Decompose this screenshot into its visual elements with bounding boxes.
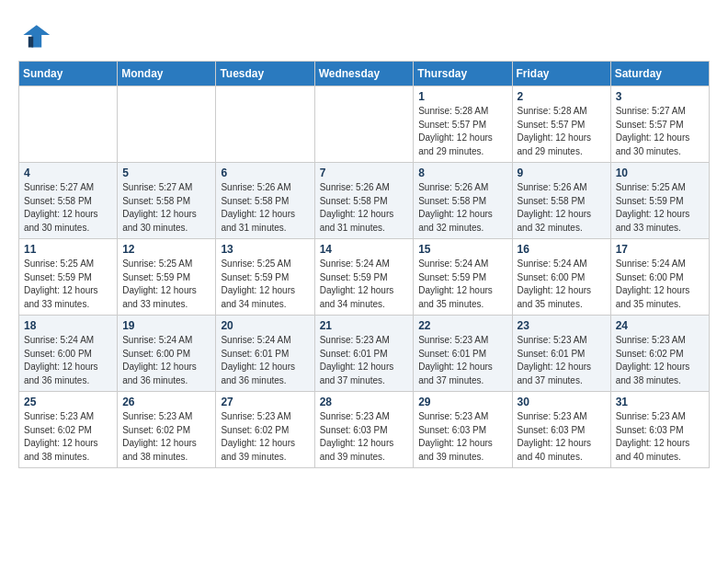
day-info: Sunrise: 5:24 AM Sunset: 6:00 PM Dayligh… [518, 258, 606, 311]
day-number: 16 [518, 243, 606, 256]
calendar-cell: 28Sunrise: 5:23 AM Sunset: 6:03 PM Dayli… [314, 392, 414, 468]
calendar-cell: 26Sunrise: 5:23 AM Sunset: 6:02 PM Dayli… [118, 392, 216, 468]
week-row-1: 1Sunrise: 5:28 AM Sunset: 5:57 PM Daylig… [19, 86, 710, 163]
day-number: 4 [24, 167, 112, 179]
weekday-header-monday: Monday [118, 62, 216, 86]
day-number: 3 [616, 90, 704, 103]
calendar-cell: 27Sunrise: 5:23 AM Sunset: 6:02 PM Dayli… [216, 392, 314, 468]
day-info: Sunrise: 5:25 AM Sunset: 5:59 PM Dayligh… [616, 181, 704, 235]
calendar-cell: 13Sunrise: 5:25 AM Sunset: 5:59 PM Dayli… [216, 239, 314, 316]
day-info: Sunrise: 5:23 AM Sunset: 6:02 PM Dayligh… [616, 334, 704, 387]
calendar-cell: 17Sunrise: 5:24 AM Sunset: 6:00 PM Dayli… [610, 239, 709, 316]
calendar-cell [314, 86, 414, 163]
calendar-cell: 2Sunrise: 5:28 AM Sunset: 5:57 PM Daylig… [512, 86, 610, 163]
header [18, 18, 710, 52]
day-info: Sunrise: 5:23 AM Sunset: 6:02 PM Dayligh… [24, 410, 112, 464]
week-row-2: 4Sunrise: 5:27 AM Sunset: 5:58 PM Daylig… [19, 163, 710, 239]
day-info: Sunrise: 5:26 AM Sunset: 5:58 PM Dayligh… [320, 181, 409, 235]
day-number: 5 [122, 167, 210, 179]
day-info: Sunrise: 5:27 AM Sunset: 5:58 PM Dayligh… [24, 181, 112, 235]
weekday-header-tuesday: Tuesday [216, 62, 314, 86]
day-number: 22 [418, 319, 506, 332]
day-info: Sunrise: 5:28 AM Sunset: 5:57 PM Dayligh… [518, 105, 606, 158]
day-info: Sunrise: 5:27 AM Sunset: 5:57 PM Dayligh… [616, 105, 704, 158]
day-number: 25 [24, 396, 112, 408]
calendar-cell: 29Sunrise: 5:23 AM Sunset: 6:03 PM Dayli… [414, 392, 512, 468]
day-number: 12 [122, 243, 210, 256]
calendar-cell: 15Sunrise: 5:24 AM Sunset: 5:59 PM Dayli… [414, 239, 512, 316]
calendar-cell: 19Sunrise: 5:24 AM Sunset: 6:00 PM Dayli… [118, 316, 216, 392]
calendar-cell: 21Sunrise: 5:23 AM Sunset: 6:01 PM Dayli… [314, 316, 414, 392]
day-info: Sunrise: 5:23 AM Sunset: 6:01 PM Dayligh… [320, 334, 409, 387]
day-info: Sunrise: 5:23 AM Sunset: 6:01 PM Dayligh… [518, 334, 606, 387]
day-info: Sunrise: 5:23 AM Sunset: 6:02 PM Dayligh… [122, 410, 210, 464]
calendar-cell: 3Sunrise: 5:27 AM Sunset: 5:57 PM Daylig… [610, 86, 709, 163]
calendar-cell: 20Sunrise: 5:24 AM Sunset: 6:01 PM Dayli… [216, 316, 314, 392]
calendar-cell: 4Sunrise: 5:27 AM Sunset: 5:58 PM Daylig… [19, 163, 118, 239]
day-info: Sunrise: 5:23 AM Sunset: 6:03 PM Dayligh… [518, 410, 606, 464]
week-row-5: 25Sunrise: 5:23 AM Sunset: 6:02 PM Dayli… [19, 392, 710, 468]
day-number: 1 [418, 90, 506, 103]
calendar-cell [19, 86, 118, 163]
day-info: Sunrise: 5:26 AM Sunset: 5:58 PM Dayligh… [418, 181, 506, 235]
calendar-cell: 11Sunrise: 5:25 AM Sunset: 5:59 PM Dayli… [19, 239, 118, 316]
day-number: 31 [616, 396, 704, 408]
day-info: Sunrise: 5:25 AM Sunset: 5:59 PM Dayligh… [24, 258, 112, 311]
svg-rect-2 [28, 37, 33, 48]
day-number: 20 [221, 319, 309, 332]
calendar-cell: 31Sunrise: 5:23 AM Sunset: 6:03 PM Dayli… [610, 392, 709, 468]
weekday-header-friday: Friday [512, 62, 610, 86]
day-info: Sunrise: 5:24 AM Sunset: 6:00 PM Dayligh… [24, 334, 112, 387]
day-info: Sunrise: 5:24 AM Sunset: 6:00 PM Dayligh… [122, 334, 210, 387]
day-info: Sunrise: 5:25 AM Sunset: 5:59 PM Dayligh… [221, 258, 309, 311]
calendar-cell: 12Sunrise: 5:25 AM Sunset: 5:59 PM Dayli… [118, 239, 216, 316]
calendar-cell: 6Sunrise: 5:26 AM Sunset: 5:58 PM Daylig… [216, 163, 314, 239]
calendar-cell: 9Sunrise: 5:26 AM Sunset: 5:58 PM Daylig… [512, 163, 610, 239]
weekday-header-wednesday: Wednesday [314, 62, 414, 86]
day-info: Sunrise: 5:24 AM Sunset: 6:00 PM Dayligh… [616, 258, 704, 311]
calendar-cell [118, 86, 216, 163]
svg-marker-1 [23, 25, 50, 47]
day-info: Sunrise: 5:23 AM Sunset: 6:03 PM Dayligh… [418, 410, 506, 464]
calendar-cell: 18Sunrise: 5:24 AM Sunset: 6:00 PM Dayli… [19, 316, 118, 392]
calendar: SundayMondayTuesdayWednesdayThursdayFrid… [18, 61, 710, 468]
calendar-cell: 5Sunrise: 5:27 AM Sunset: 5:58 PM Daylig… [118, 163, 216, 239]
week-row-4: 18Sunrise: 5:24 AM Sunset: 6:00 PM Dayli… [19, 316, 710, 392]
day-number: 14 [320, 243, 409, 256]
logo-icon [18, 18, 51, 52]
day-number: 21 [320, 319, 409, 332]
day-number: 19 [122, 319, 210, 332]
day-info: Sunrise: 5:26 AM Sunset: 5:58 PM Dayligh… [221, 181, 309, 235]
day-number: 28 [320, 396, 409, 408]
day-info: Sunrise: 5:28 AM Sunset: 5:57 PM Dayligh… [418, 105, 506, 158]
weekday-header-thursday: Thursday [414, 62, 512, 86]
calendar-cell: 24Sunrise: 5:23 AM Sunset: 6:02 PM Dayli… [610, 316, 709, 392]
day-info: Sunrise: 5:23 AM Sunset: 6:03 PM Dayligh… [320, 410, 409, 464]
day-number: 6 [221, 167, 309, 179]
weekday-header-saturday: Saturday [610, 62, 709, 86]
day-info: Sunrise: 5:25 AM Sunset: 5:59 PM Dayligh… [122, 258, 210, 311]
calendar-cell: 8Sunrise: 5:26 AM Sunset: 5:58 PM Daylig… [414, 163, 512, 239]
day-number: 24 [616, 319, 704, 332]
calendar-cell: 10Sunrise: 5:25 AM Sunset: 5:59 PM Dayli… [610, 163, 709, 239]
calendar-cell: 7Sunrise: 5:26 AM Sunset: 5:58 PM Daylig… [314, 163, 414, 239]
calendar-cell: 23Sunrise: 5:23 AM Sunset: 6:01 PM Dayli… [512, 316, 610, 392]
day-info: Sunrise: 5:27 AM Sunset: 5:58 PM Dayligh… [122, 181, 210, 235]
day-info: Sunrise: 5:24 AM Sunset: 5:59 PM Dayligh… [320, 258, 409, 311]
calendar-cell: 1Sunrise: 5:28 AM Sunset: 5:57 PM Daylig… [414, 86, 512, 163]
calendar-cell: 30Sunrise: 5:23 AM Sunset: 6:03 PM Dayli… [512, 392, 610, 468]
day-number: 15 [418, 243, 506, 256]
day-number: 11 [24, 243, 112, 256]
weekday-header-sunday: Sunday [19, 62, 118, 86]
calendar-cell: 22Sunrise: 5:23 AM Sunset: 6:01 PM Dayli… [414, 316, 512, 392]
day-number: 26 [122, 396, 210, 408]
day-number: 7 [320, 167, 409, 179]
day-number: 27 [221, 396, 309, 408]
day-info: Sunrise: 5:24 AM Sunset: 6:01 PM Dayligh… [221, 334, 309, 387]
calendar-cell: 14Sunrise: 5:24 AM Sunset: 5:59 PM Dayli… [314, 239, 414, 316]
day-number: 18 [24, 319, 112, 332]
calendar-cell: 16Sunrise: 5:24 AM Sunset: 6:00 PM Dayli… [512, 239, 610, 316]
day-info: Sunrise: 5:23 AM Sunset: 6:01 PM Dayligh… [418, 334, 506, 387]
calendar-cell: 25Sunrise: 5:23 AM Sunset: 6:02 PM Dayli… [19, 392, 118, 468]
day-number: 10 [616, 167, 704, 179]
